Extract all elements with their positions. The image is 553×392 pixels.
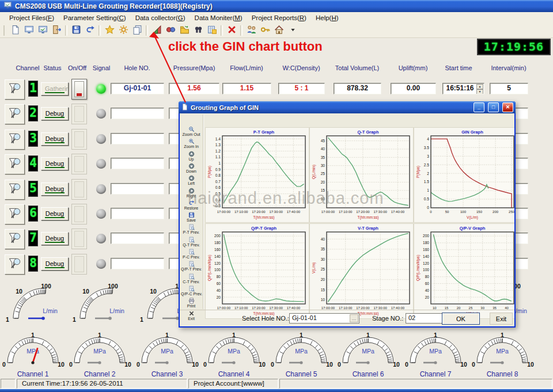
hole-field[interactable]	[111, 233, 164, 244]
power-switch[interactable]	[71, 79, 87, 100]
up-button[interactable]: Up	[181, 151, 202, 163]
interval-field[interactable]: 5	[490, 83, 528, 94]
power-switch[interactable]	[71, 229, 87, 249]
p-c-prev-button[interactable]: P-C Prev.	[181, 249, 202, 261]
hole-select-combo[interactable]: Gj-01-01 …	[289, 313, 359, 324]
channel-row-1: 1GatheringGj-01-011.561.155 : 1878.320.0…	[0, 78, 553, 101]
undo-icon	[85, 25, 95, 37]
uplift-field[interactable]: 0.00	[391, 83, 436, 94]
power-switch[interactable]	[71, 179, 87, 200]
q-p-c-prev-button[interactable]: Q/P-C Prev.	[181, 286, 202, 298]
users-button[interactable]	[244, 24, 258, 37]
menu-project-files-f[interactable]: Project Files(F)	[5, 13, 59, 22]
svg-text:200: 200	[214, 234, 221, 238]
hole-field[interactable]	[111, 108, 164, 119]
data-compare-button[interactable]	[164, 24, 177, 37]
svg-text:P(Mpa): P(Mpa)	[207, 166, 212, 178]
power-switch[interactable]	[71, 104, 87, 124]
preview-icon	[181, 273, 202, 280]
flow-field[interactable]: 1.15	[222, 83, 271, 94]
hole-field[interactable]	[111, 158, 164, 169]
power-switch[interactable]	[71, 204, 87, 224]
report-grid-button[interactable]	[205, 24, 219, 37]
menu-parameter-setting-c[interactable]: Parameter Setting(C)	[59, 13, 131, 22]
stop-button[interactable]	[225, 24, 238, 37]
save-button[interactable]: Save	[181, 212, 202, 224]
menu-project-reports-r[interactable]: Project Reports(R)	[247, 13, 311, 22]
data-display-button[interactable]	[22, 24, 36, 37]
status-button[interactable]: Debug	[41, 182, 69, 196]
search-button[interactable]	[191, 24, 205, 37]
channel-select-button[interactable]	[5, 104, 25, 124]
copy-button[interactable]	[130, 24, 144, 37]
gin-chart-button[interactable]	[177, 24, 191, 37]
svg-text:80: 80	[425, 275, 430, 279]
hole-field[interactable]	[111, 258, 164, 269]
status-button[interactable]: Debug	[41, 132, 69, 146]
p-t-prev-button[interactable]: P-T Prev.	[181, 224, 202, 236]
status-button[interactable]: Debug	[41, 157, 69, 170]
close-icon[interactable]: ✕	[502, 102, 513, 112]
status-button[interactable]: Debug	[41, 232, 69, 245]
power-switch[interactable]	[71, 254, 87, 275]
menu-data-collector-g[interactable]: Data collector(G)	[131, 13, 190, 22]
pressure-field[interactable]: 1.56	[169, 83, 219, 94]
channel-label: Channel 5	[268, 370, 334, 378]
favorites-button[interactable]	[103, 24, 116, 37]
q-p-t-prev-button[interactable]: Q/P-T Prev.	[181, 261, 202, 273]
status-button[interactable]: Debug	[41, 107, 69, 120]
status-button[interactable]: Gathering	[41, 82, 69, 96]
channel-label: Channel 3	[134, 370, 200, 378]
svg-text:20: 20	[321, 277, 325, 281]
channel-select-button[interactable]	[5, 130, 25, 150]
left-button[interactable]: Left	[181, 175, 202, 187]
channel-select-button[interactable]	[5, 229, 25, 249]
more-button[interactable]	[286, 24, 300, 37]
hole-field[interactable]	[111, 208, 164, 219]
wc-field[interactable]: 5 : 1	[278, 83, 325, 94]
maximize-button[interactable]: □	[488, 102, 499, 112]
menu-help-h[interactable]: Help(H)	[311, 13, 343, 22]
start-time-field[interactable]: 16:51:16▲▼	[442, 83, 484, 94]
time-spinner[interactable]: ▲▼	[476, 84, 483, 93]
power-switch[interactable]	[71, 154, 87, 174]
save-button[interactable]	[69, 24, 83, 37]
new-file-button[interactable]	[8, 24, 22, 37]
data-display-2-button[interactable]	[36, 24, 50, 37]
status-button[interactable]: Debug	[41, 207, 69, 220]
svg-text:0.7: 0.7	[215, 180, 221, 184]
zoom-in-button[interactable]: Zoom In	[181, 138, 202, 150]
channel-select-button[interactable]	[5, 180, 25, 200]
window-titlebar[interactable]: CMS2008 USB Multi-Line Grouting Recorder…	[0, 0, 553, 12]
key-button[interactable]	[258, 24, 272, 37]
channel-select-button[interactable]	[5, 254, 25, 275]
settings-button[interactable]	[116, 24, 130, 37]
print-button[interactable]: Print	[181, 298, 202, 310]
svg-text:17:40:00: 17:40:00	[287, 210, 301, 214]
down-button[interactable]: Down	[181, 163, 202, 175]
minimize-button[interactable]: _	[474, 102, 484, 112]
channel-select-button[interactable]	[5, 204, 25, 224]
c-t-prev-button[interactable]: C-T Prev.	[181, 273, 202, 286]
zoom-out-button[interactable]: Zoom Out	[181, 126, 202, 138]
hole-field[interactable]	[111, 133, 164, 144]
menu-data-moniter-m[interactable]: Data Moniter(M)	[190, 13, 247, 22]
dialog-exit-button[interactable]: Exit	[490, 313, 513, 325]
q-t-prev-button[interactable]: Q-T Prev.	[181, 237, 202, 249]
column-header-w-c-density: W:C(Density)	[282, 64, 320, 71]
dialog-titlebar[interactable]: Grouting Graph of GIN _ □ ✕	[179, 101, 516, 113]
statistics-chart-button[interactable]	[150, 24, 164, 37]
hole-field[interactable]: Gj-01-01	[111, 83, 164, 94]
home-button[interactable]	[272, 24, 286, 37]
volume-field[interactable]: 878.32	[334, 83, 381, 94]
channel-select-button[interactable]	[5, 79, 25, 100]
ok-button[interactable]: OK	[442, 313, 480, 325]
exit-app-button[interactable]	[50, 24, 63, 37]
status-button[interactable]: Debug	[41, 257, 69, 271]
power-switch[interactable]	[71, 129, 87, 150]
status-spacer	[279, 379, 552, 389]
channel-select-button[interactable]	[5, 154, 25, 174]
undo-button[interactable]	[83, 24, 97, 37]
hole-field[interactable]	[111, 183, 164, 195]
ellipsis-icon[interactable]: …	[350, 314, 358, 322]
